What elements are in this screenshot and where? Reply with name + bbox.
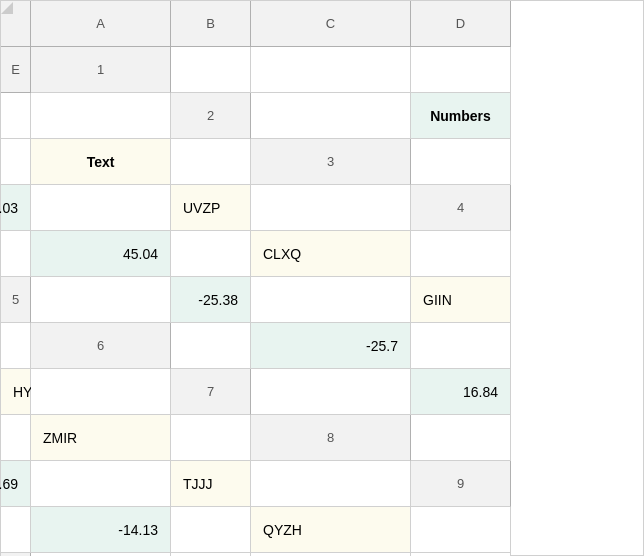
row-header-8: 8	[251, 415, 411, 461]
cell-c5[interactable]	[251, 277, 411, 323]
grid: A B C D E 1 2 Numbers Text 3 42.03 UVZP	[1, 1, 643, 556]
cell-c8[interactable]	[31, 461, 171, 507]
cell-a5[interactable]	[31, 277, 171, 323]
cell-a6[interactable]	[171, 323, 251, 369]
cell-e6[interactable]	[31, 369, 171, 415]
cell-d9[interactable]: QYZH	[251, 507, 411, 553]
row-header-6: 6	[31, 323, 171, 369]
cell-e5[interactable]	[1, 323, 31, 369]
cell-a8[interactable]	[411, 415, 511, 461]
col-header-a: A	[31, 1, 171, 47]
cell-b1[interactable]	[251, 47, 411, 93]
cell-c4[interactable]	[171, 231, 251, 277]
cell-b5[interactable]: -25.38	[171, 277, 251, 323]
cell-b9[interactable]: -14.13	[31, 507, 171, 553]
cell-d1[interactable]	[1, 93, 31, 139]
row-header-9: 9	[411, 461, 511, 507]
cell-c2[interactable]	[1, 139, 31, 185]
svg-marker-0	[1, 2, 13, 14]
row-header-7: 7	[171, 369, 251, 415]
cell-b7[interactable]: 16.84	[411, 369, 511, 415]
cell-a2[interactable]	[251, 93, 411, 139]
cell-d5[interactable]: GIIN	[411, 277, 511, 323]
row-header-2: 2	[171, 93, 251, 139]
cell-e2[interactable]	[171, 139, 251, 185]
cell-b3[interactable]: 42.03	[1, 185, 31, 231]
row-header-5: 5	[1, 277, 31, 323]
cell-a4[interactable]	[1, 231, 31, 277]
cell-c1[interactable]	[411, 47, 511, 93]
cell-d7[interactable]: ZMIR	[31, 415, 171, 461]
cell-b2-header[interactable]: Numbers	[411, 93, 511, 139]
spreadsheet: A B C D E 1 2 Numbers Text 3 42.03 UVZP	[0, 0, 644, 556]
cell-a3[interactable]	[411, 139, 511, 185]
cell-e9[interactable]	[411, 507, 511, 553]
col-header-e: E	[1, 47, 31, 93]
cell-e7[interactable]	[171, 415, 251, 461]
cell-a9[interactable]	[1, 507, 31, 553]
row-header-3: 3	[251, 139, 411, 185]
cell-e3[interactable]	[251, 185, 411, 231]
col-header-b: B	[171, 1, 251, 47]
cell-c3[interactable]	[31, 185, 171, 231]
cell-e1[interactable]	[31, 93, 171, 139]
cell-e8[interactable]	[251, 461, 411, 507]
cell-d4[interactable]: CLXQ	[251, 231, 411, 277]
cell-b8[interactable]: -9.69	[1, 461, 31, 507]
cell-a1[interactable]	[171, 47, 251, 93]
cell-b6[interactable]: -25.7	[251, 323, 411, 369]
cell-c9[interactable]	[171, 507, 251, 553]
corner-cell	[1, 1, 31, 47]
cell-d8[interactable]: TJJJ	[171, 461, 251, 507]
row-header-1: 1	[31, 47, 171, 93]
cell-c6[interactable]	[411, 323, 511, 369]
cell-a7[interactable]	[251, 369, 411, 415]
cell-d6[interactable]: HYAY	[1, 369, 31, 415]
row-header-4: 4	[411, 185, 511, 231]
cell-d2-header[interactable]: Text	[31, 139, 171, 185]
cell-c7[interactable]	[1, 415, 31, 461]
col-header-c: C	[251, 1, 411, 47]
cell-d3[interactable]: UVZP	[171, 185, 251, 231]
col-header-d: D	[411, 1, 511, 47]
cell-e4[interactable]	[411, 231, 511, 277]
cell-b4[interactable]: 45.04	[31, 231, 171, 277]
